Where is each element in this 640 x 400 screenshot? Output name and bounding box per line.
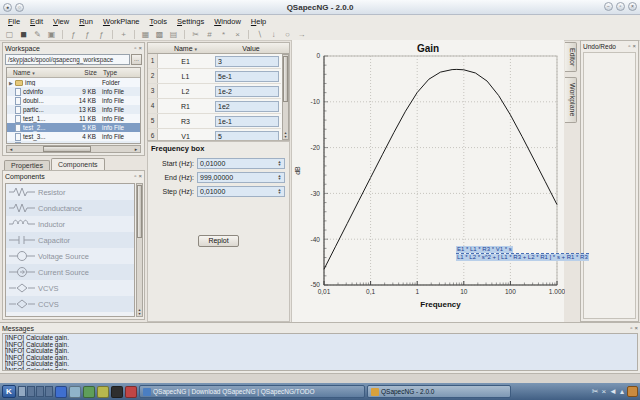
ground-tool-icon[interactable]: ↓ bbox=[268, 29, 279, 40]
desktop-2[interactable] bbox=[27, 386, 35, 397]
duplicate-icon[interactable]: ▣ bbox=[46, 29, 57, 40]
parameter-value-input[interactable]: 1e2 bbox=[215, 101, 279, 112]
component-item-voltage-source[interactable]: Voltage Source bbox=[6, 248, 134, 264]
column-header-type[interactable]: Type bbox=[97, 69, 140, 76]
grid-settings-icon[interactable]: ▩ bbox=[154, 29, 165, 40]
replot-button[interactable]: Replot bbox=[198, 235, 238, 247]
zoom-fit-icon[interactable]: * bbox=[218, 29, 229, 40]
parameter-value-input[interactable]: 5e-1 bbox=[215, 71, 279, 82]
launcher-web[interactable] bbox=[97, 386, 109, 398]
menu-settings[interactable]: Settings bbox=[172, 16, 209, 28]
component-item-conductance[interactable]: Conductance bbox=[6, 200, 134, 216]
param-column-name[interactable]: Name▾ bbox=[158, 45, 213, 52]
desktop-1[interactable] bbox=[18, 386, 26, 397]
scroll-thumb[interactable] bbox=[283, 56, 288, 102]
spinner-arrows-icon[interactable]: ▲▼ bbox=[276, 173, 283, 182]
tab-components[interactable]: Components bbox=[51, 158, 105, 170]
component-item-resistor[interactable]: Resistor bbox=[6, 184, 134, 200]
column-header-name[interactable]: Name▾ bbox=[7, 69, 67, 76]
mesh-tool-icon[interactable]: # bbox=[204, 29, 215, 40]
clipboard-tray-icon[interactable]: ✂ bbox=[592, 385, 599, 398]
frequency-spinbox[interactable]: 0,01000▲▼ bbox=[197, 158, 285, 169]
launcher-terminal[interactable] bbox=[111, 386, 123, 398]
expand-icon[interactable]: ▶ bbox=[9, 80, 13, 86]
workspace-hscrollbar[interactable]: ◂ ▸ bbox=[6, 145, 141, 153]
menu-help[interactable]: Help bbox=[246, 16, 271, 28]
file-row[interactable]: partic...13 KBinfo File bbox=[7, 105, 140, 114]
transfer-function-label[interactable]: E1 * L1 * R3 * V1 * s L1 * L2 * s^2 + [ … bbox=[456, 246, 589, 261]
new-file-icon[interactable]: ▢ bbox=[4, 29, 15, 40]
scroll-left-icon[interactable]: ◂ bbox=[7, 146, 15, 152]
parameters-vscrollbar[interactable]: ▴▾ bbox=[282, 54, 289, 140]
component-item-inductor[interactable]: Inductor bbox=[6, 216, 134, 232]
file-row[interactable]: ▶imgFolder bbox=[7, 78, 140, 87]
scroll-arrows-icon[interactable]: ▴▾ bbox=[283, 131, 288, 139]
symbolic-analysis-icon[interactable]: ƒ bbox=[96, 29, 107, 40]
time-analysis-icon[interactable]: ƒ bbox=[82, 29, 93, 40]
file-row[interactable]: cdvinfo9 KBinfo File bbox=[7, 87, 140, 96]
node-tool-icon[interactable]: ○ bbox=[282, 29, 293, 40]
menu-run[interactable]: Run bbox=[74, 16, 98, 28]
tab-properties[interactable]: Properties bbox=[4, 160, 50, 170]
components-vscrollbar[interactable]: ▴▾ bbox=[136, 183, 143, 317]
delete-tool-icon[interactable]: × bbox=[232, 29, 243, 40]
frequency-spinbox[interactable]: 999,00000▲▼ bbox=[197, 172, 285, 183]
menu-workplane[interactable]: WorkPlane bbox=[98, 16, 145, 28]
tab-editor[interactable]: Editor bbox=[565, 42, 577, 72]
float-panel-icon[interactable]: ▫ bbox=[134, 173, 136, 180]
component-item-vcvs[interactable]: VCVS bbox=[6, 280, 134, 296]
file-row[interactable]: test_3...4 KBinfo File bbox=[7, 132, 140, 141]
spinner-arrows-icon[interactable]: ▲▼ bbox=[276, 159, 283, 168]
workspace-path-input[interactable]: /skypjack/spool/qsapecng_workspace bbox=[5, 54, 130, 65]
taskbar-task-button[interactable]: QSapecNG | Download QSapecNG | QSapecNG/… bbox=[139, 385, 365, 398]
volume-tray-icon[interactable]: ◄ bbox=[609, 385, 617, 398]
taskbar-task-button[interactable]: QSapecNG - 2.0.0 bbox=[367, 385, 511, 398]
launcher-konqueror[interactable] bbox=[55, 386, 67, 398]
file-row[interactable]: test_2...5 KBinfo File bbox=[7, 123, 140, 132]
updates-tray-icon[interactable]: ▴ bbox=[620, 385, 624, 398]
launcher-files[interactable] bbox=[83, 386, 95, 398]
close-tray-icon[interactable]: × bbox=[601, 385, 606, 398]
desktop-3[interactable] bbox=[36, 386, 44, 397]
close-panel-icon[interactable]: × bbox=[634, 325, 638, 332]
scroll-thumb[interactable] bbox=[137, 185, 142, 238]
menu-edit[interactable]: Edit bbox=[25, 16, 48, 28]
parameter-value-input[interactable]: 1e-2 bbox=[215, 86, 279, 97]
cut-tool-icon[interactable]: ✂ bbox=[190, 29, 201, 40]
desktop-4[interactable] bbox=[45, 386, 53, 397]
menu-tools[interactable]: Tools bbox=[145, 16, 173, 28]
close-panel-icon[interactable]: × bbox=[138, 45, 142, 52]
column-header-size[interactable]: Size bbox=[67, 69, 97, 76]
file-row[interactable]: test_1...11 KBinfo File bbox=[7, 114, 140, 123]
scroll-thumb[interactable] bbox=[43, 146, 91, 152]
float-panel-icon[interactable]: ▫ bbox=[134, 45, 136, 52]
move-tool-icon[interactable]: + bbox=[118, 29, 129, 40]
wire-tool-icon[interactable]: → bbox=[296, 29, 307, 40]
file-row[interactable]: test_4...4 KBinfo File bbox=[7, 141, 140, 144]
close-panel-icon[interactable]: × bbox=[138, 173, 142, 180]
launcher-help[interactable] bbox=[125, 386, 137, 398]
browse-button[interactable]: ... bbox=[131, 54, 142, 65]
frequency-analysis-icon[interactable]: ƒ bbox=[68, 29, 79, 40]
menu-window[interactable]: Window bbox=[209, 16, 246, 28]
file-row[interactable]: doubl...14 KBinfo File bbox=[7, 96, 140, 105]
menu-file[interactable]: File bbox=[3, 16, 25, 28]
maximize-button[interactable]: ▫ bbox=[616, 2, 625, 11]
scroll-right-icon[interactable]: ▸ bbox=[132, 146, 140, 152]
frequency-spinbox[interactable]: 0,01000▲▼ bbox=[197, 186, 285, 197]
parameter-value-input[interactable]: 3 bbox=[215, 56, 279, 67]
component-item-current-source[interactable]: Current Source bbox=[6, 264, 134, 280]
tray-app-icon[interactable] bbox=[627, 386, 638, 397]
component-item-capacitor[interactable]: Capacitor bbox=[6, 232, 134, 248]
minimize-button[interactable]: − bbox=[604, 2, 613, 11]
menu-view[interactable]: View bbox=[48, 16, 74, 28]
spinner-arrows-icon[interactable]: ▲▼ bbox=[276, 187, 283, 196]
parameter-value-input[interactable]: 1e-1 bbox=[215, 116, 279, 127]
launcher-desktop[interactable] bbox=[69, 386, 81, 398]
export-plot-icon[interactable]: ▤ bbox=[168, 29, 179, 40]
grid-view-icon[interactable]: ▦ bbox=[140, 29, 151, 40]
component-item-ccvs[interactable]: CCVS bbox=[6, 296, 134, 312]
line-tool-icon[interactable]: ∖ bbox=[254, 29, 265, 40]
float-panel-icon[interactable]: ▫ bbox=[628, 43, 630, 50]
close-panel-icon[interactable]: × bbox=[632, 43, 636, 50]
